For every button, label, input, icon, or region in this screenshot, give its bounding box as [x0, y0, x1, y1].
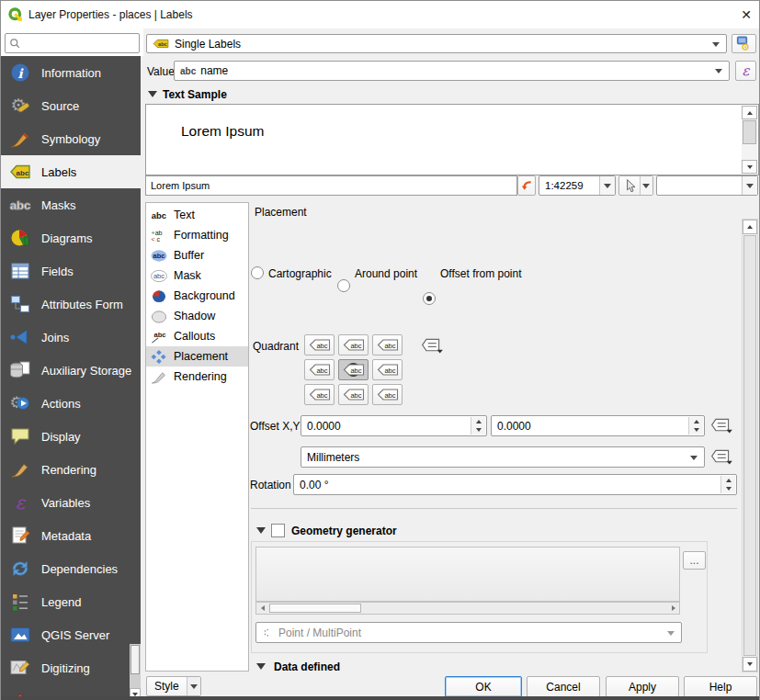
- expression-browse-button[interactable]: ...: [683, 551, 706, 570]
- capture-arrow-box[interactable]: [640, 176, 652, 195]
- tab-rendering[interactable]: Rendering: [146, 367, 248, 387]
- cartographic-radio-label[interactable]: Cartographic: [268, 267, 332, 280]
- quadrant-left-button[interactable]: [304, 359, 335, 380]
- expression-hscrollbar[interactable]: [255, 602, 680, 615]
- sidebar-item-information[interactable]: Information: [1, 56, 141, 89]
- scroll-left-icon[interactable]: [256, 603, 268, 614]
- scrollbar-thumb[interactable]: [743, 120, 756, 144]
- placement-scrollbar[interactable]: [742, 219, 758, 672]
- sidebar-item-variables[interactable]: Variables: [1, 486, 141, 519]
- spin-down-icon[interactable]: [471, 426, 485, 435]
- tab-mask[interactable]: Mask: [146, 265, 248, 286]
- quadrant-below-right-button[interactable]: [372, 384, 403, 405]
- text-sample-collapse-icon[interactable]: [148, 91, 157, 97]
- sample-text-input[interactable]: [145, 175, 517, 196]
- offset-y-spin-buttons[interactable]: [688, 417, 703, 435]
- rotation-spinbox[interactable]: 0.00 °: [293, 474, 737, 495]
- label-mode-select[interactable]: Single Labels: [146, 34, 727, 53]
- close-icon[interactable]: ✕: [735, 5, 757, 25]
- sidebar-item-actions[interactable]: Actions: [1, 387, 141, 420]
- tab-buffer[interactable]: Buffer: [146, 245, 248, 265]
- quadrant-below-left-button[interactable]: [304, 384, 335, 405]
- sidebar-item-rendering[interactable]: Rendering: [1, 453, 141, 486]
- sidebar-item-legend[interactable]: Legend: [1, 585, 141, 618]
- style-arrow-box[interactable]: [187, 677, 200, 695]
- scroll-up-icon[interactable]: [742, 106, 757, 119]
- sidebar-item-auxiliary-storage[interactable]: Auxiliary Storage: [1, 354, 141, 387]
- value-field-select[interactable]: abc name: [174, 61, 730, 81]
- search-input[interactable]: [5, 33, 140, 53]
- spin-up-icon[interactable]: [721, 476, 735, 485]
- sidebar-item-labels[interactable]: Labels: [1, 155, 141, 188]
- sidebar-item-masks[interactable]: Masks: [1, 188, 141, 221]
- geometry-generator-collapse-icon[interactable]: [256, 527, 266, 534]
- quadrant-data-defined-override-button[interactable]: [420, 335, 445, 356]
- scroll-down-icon[interactable]: [743, 657, 757, 672]
- quadrant-above-right-button[interactable]: [372, 334, 403, 356]
- scale-arrow-box[interactable]: [599, 176, 615, 195]
- scroll-right-icon[interactable]: [667, 603, 679, 614]
- sidebar-item-digitizing[interactable]: Digitizing: [1, 651, 141, 684]
- sidebar-item-source[interactable]: Source: [1, 89, 141, 122]
- quadrant-below-button[interactable]: [338, 384, 369, 405]
- hscrollbar-thumb[interactable]: [269, 604, 361, 613]
- data-defined-collapse-icon[interactable]: [256, 663, 266, 670]
- sidebar-item-symbology[interactable]: Symbology: [1, 122, 141, 155]
- tab-formatting[interactable]: Formatting: [146, 225, 248, 245]
- quadrant-right-button[interactable]: [372, 359, 403, 380]
- automated-placement-settings-button[interactable]: [732, 34, 756, 53]
- units-data-defined-override-button[interactable]: [709, 446, 734, 467]
- bg-arrow-box[interactable]: [742, 176, 757, 195]
- cancel-button[interactable]: Cancel: [527, 676, 600, 697]
- tab-callouts[interactable]: Callouts: [146, 326, 248, 346]
- sidebar-item-joins[interactable]: Joins: [1, 321, 141, 354]
- reset-sample-button[interactable]: [517, 175, 536, 196]
- around-point-radio[interactable]: [337, 279, 350, 292]
- offset-x-spin-buttons[interactable]: [471, 417, 485, 435]
- geometry-type-select[interactable]: Point / MultiPoint: [255, 622, 682, 643]
- scroll-up-icon[interactable]: [743, 220, 757, 234]
- tab-shadow[interactable]: Shadow: [146, 306, 248, 326]
- sidebar-item-fields[interactable]: Fields: [1, 254, 141, 288]
- apply-button[interactable]: Apply: [606, 676, 679, 697]
- style-menu-button[interactable]: Style: [146, 676, 201, 696]
- offset-from-point-radio[interactable]: [423, 292, 436, 305]
- spin-up-icon[interactable]: [471, 417, 485, 426]
- sidebar-item-qgis-server[interactable]: QGIS Server: [1, 618, 141, 651]
- tab-placement[interactable]: Placement: [146, 346, 248, 367]
- sidebar-scrollbar-thumb[interactable]: [130, 645, 140, 674]
- ok-button[interactable]: OK: [445, 676, 522, 697]
- spin-down-icon[interactable]: [721, 485, 735, 494]
- offset-from-point-radio-label[interactable]: Offset from point: [440, 267, 521, 280]
- sidebar-item-display[interactable]: Display: [1, 420, 141, 453]
- sidebar-item-dependencies[interactable]: Dependencies: [1, 552, 141, 585]
- geometry-generator-checkbox[interactable]: [271, 524, 285, 537]
- text-sample-scrollbar[interactable]: [742, 106, 757, 174]
- scrollbar-thumb[interactable]: [743, 235, 756, 656]
- offset-data-defined-override-button[interactable]: [709, 415, 734, 435]
- help-button[interactable]: Help: [684, 676, 757, 697]
- preview-scale-select[interactable]: 1:42259: [539, 175, 616, 196]
- sidebar-item-attributes-form[interactable]: Attributes Form: [1, 288, 141, 321]
- expression-builder-button[interactable]: ε: [735, 61, 756, 81]
- map-scale-capture-button[interactable]: [618, 175, 653, 196]
- offset-units-select[interactable]: Millimeters: [301, 446, 705, 468]
- offset-x-spinbox[interactable]: 0.0000: [301, 415, 487, 436]
- quadrant-over-point-button[interactable]: [338, 359, 369, 380]
- quadrant-above-button[interactable]: [338, 334, 369, 356]
- tab-background[interactable]: Background: [146, 286, 248, 306]
- sidebar-scrollbar[interactable]: [130, 644, 141, 700]
- cartographic-radio[interactable]: [251, 266, 264, 279]
- around-point-radio-label[interactable]: Around point: [355, 267, 417, 280]
- sidebar-item-diagrams[interactable]: Diagrams: [1, 221, 141, 254]
- sidebar-item-metadata[interactable]: Metadata: [1, 519, 141, 552]
- geometry-expression-editor[interactable]: [255, 547, 680, 602]
- rotation-spin-buttons[interactable]: [720, 476, 735, 493]
- scroll-down-icon[interactable]: [742, 160, 757, 174]
- offset-y-spinbox[interactable]: 0.0000: [491, 415, 705, 436]
- preview-background-select[interactable]: [656, 175, 758, 196]
- spin-down-icon[interactable]: [689, 426, 703, 435]
- quadrant-above-left-button[interactable]: [304, 334, 335, 356]
- spin-up-icon[interactable]: [689, 417, 703, 426]
- tab-text[interactable]: Text: [146, 205, 248, 225]
